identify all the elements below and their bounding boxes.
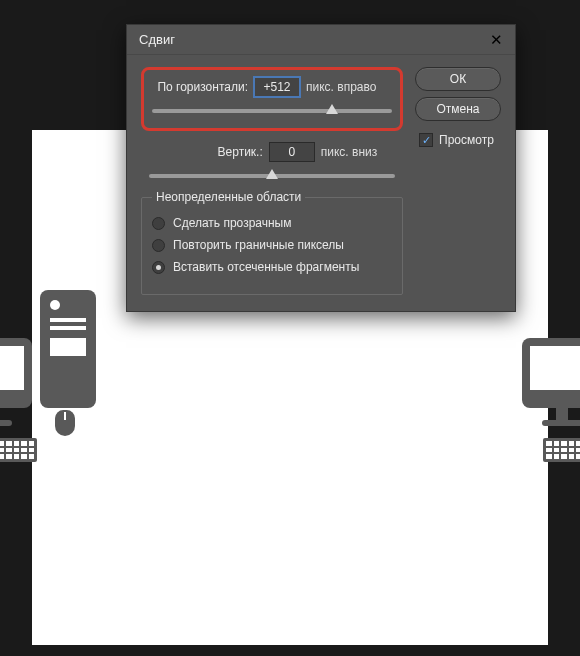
horizontal-input[interactable] <box>254 77 300 97</box>
close-icon: ✕ <box>490 31 503 49</box>
horizontal-label: По горизонтали: <box>152 80 248 94</box>
ok-button[interactable]: ОК <box>415 67 501 91</box>
radio-repeat-edge[interactable]: Повторить граничные пикселы <box>152 238 392 252</box>
monitor-icon <box>522 338 580 408</box>
offset-dialog: Сдвиг ✕ По горизонтали: пикс. вправо Вер… <box>126 24 516 312</box>
canvas-art-right <box>522 290 580 462</box>
horizontal-unit: пикс. вправо <box>306 80 376 94</box>
undefined-areas-group: Неопределенные области Сделать прозрачны… <box>141 197 403 295</box>
monitor-icon <box>0 338 32 408</box>
canvas-art-left <box>0 290 96 462</box>
horizontal-highlight: По горизонтали: пикс. вправо <box>141 67 403 131</box>
slider-thumb-icon[interactable] <box>266 169 278 179</box>
dialog-titlebar[interactable]: Сдвиг ✕ <box>127 25 515 55</box>
slider-thumb-icon[interactable] <box>326 104 338 114</box>
radio-wrap-around[interactable]: Вставить отсеченные фрагменты <box>152 260 392 274</box>
undefined-areas-legend: Неопределенные области <box>152 190 305 204</box>
vertical-input[interactable] <box>269 142 315 162</box>
radio-icon <box>152 261 165 274</box>
cancel-button[interactable]: Отмена <box>415 97 501 121</box>
tower-icon <box>40 290 96 408</box>
radio-icon <box>152 217 165 230</box>
vertical-label: Вертик.: <box>167 145 263 159</box>
mouse-icon <box>55 410 75 436</box>
keyboard-icon <box>0 438 37 462</box>
radio-label: Повторить граничные пикселы <box>173 238 344 252</box>
keyboard-icon <box>543 438 580 462</box>
vertical-slider[interactable] <box>149 171 395 181</box>
vertical-unit: пикс. вниз <box>321 145 377 159</box>
radio-label: Вставить отсеченные фрагменты <box>173 260 359 274</box>
dialog-title: Сдвиг <box>139 32 175 47</box>
preview-checkbox-row[interactable]: ✓ Просмотр <box>415 133 501 147</box>
horizontal-slider[interactable] <box>152 106 392 116</box>
preview-label: Просмотр <box>439 133 494 147</box>
close-button[interactable]: ✕ <box>485 29 507 51</box>
radio-label: Сделать прозрачным <box>173 216 292 230</box>
checkbox-icon: ✓ <box>419 133 433 147</box>
radio-icon <box>152 239 165 252</box>
radio-transparent[interactable]: Сделать прозрачным <box>152 216 392 230</box>
